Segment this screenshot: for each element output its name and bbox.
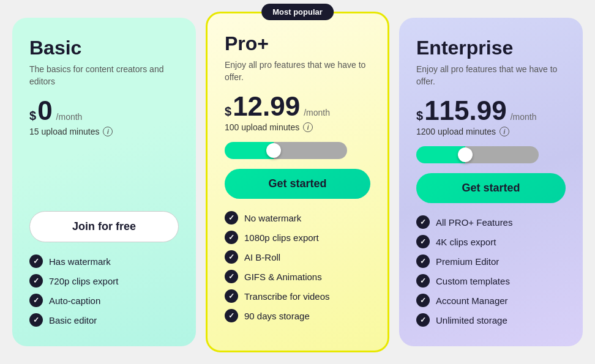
check-icon (225, 231, 238, 244)
pricing-cards: Basic The basics for content creators an… (12, 18, 583, 346)
price-section-pro: $ 12.99 /month 100 upload minutes i (225, 93, 370, 132)
price-row-enterprise: $ 115.99 /month (416, 97, 566, 124)
list-item: 1080p clips export (225, 231, 370, 244)
price-section-enterprise: $ 115.99 /month 1200 upload minutes i (416, 97, 566, 136)
toggle-thumb-pro (266, 143, 281, 158)
check-icon (225, 289, 238, 303)
check-icon (29, 254, 43, 268)
plan-name-basic: Basic (29, 37, 179, 59)
info-icon-enterprise[interactable]: i (500, 127, 509, 136)
list-item: 90 days storage (225, 309, 370, 322)
check-icon (416, 254, 430, 268)
toggle-thumb-enterprise (458, 147, 473, 162)
cta-button-enterprise[interactable]: Get started (416, 173, 566, 203)
price-amount-pro: 12.99 (233, 93, 300, 120)
check-icon (225, 270, 238, 283)
toggle-track-enterprise[interactable] (416, 146, 539, 163)
upload-minutes-enterprise: 1200 upload minutes i (416, 127, 566, 136)
list-item: Has watermark (29, 254, 179, 268)
list-item: Unlimited storage (416, 313, 566, 327)
toggle-enterprise[interactable] (416, 146, 566, 163)
upload-minutes-basic: 15 upload minutes i (29, 127, 179, 136)
price-period-basic: /month (56, 112, 83, 122)
list-item: Premium Editor (416, 254, 566, 268)
check-icon (225, 250, 238, 264)
check-icon (416, 274, 430, 288)
price-dollar-enterprise: $ (416, 109, 423, 123)
check-icon (416, 294, 430, 307)
check-icon (29, 274, 43, 288)
toggle-pro[interactable] (225, 142, 370, 159)
price-dollar-pro: $ (225, 105, 231, 119)
price-dollar-basic: $ (29, 109, 36, 123)
plan-desc-basic: The basics for content creators and edit… (29, 64, 179, 87)
check-icon (225, 309, 238, 322)
check-icon (416, 235, 430, 248)
list-item: AI B-Roll (225, 250, 370, 264)
plan-desc-pro: Enjoy all pro features that we have to o… (225, 59, 370, 83)
price-period-pro: /month (304, 108, 330, 117)
cta-button-pro[interactable]: Get started (225, 169, 370, 199)
upload-minutes-pro: 100 upload minutes i (225, 122, 370, 132)
list-item: 720p clips export (29, 274, 179, 288)
price-period-enterprise: /month (511, 112, 537, 122)
list-item: Account Manager (416, 294, 566, 307)
price-row-basic: $ 0 /month (29, 97, 179, 124)
card-basic: Basic The basics for content creators an… (12, 18, 196, 346)
price-amount-enterprise: 115.99 (424, 97, 507, 124)
most-popular-badge: Most popular (261, 4, 334, 20)
features-list-pro: No watermark 1080p clips export AI B-Rol… (225, 211, 370, 322)
features-list-enterprise: All PRO+ Features 4K clips export Premiu… (416, 215, 566, 327)
check-icon (416, 215, 430, 229)
cta-button-basic[interactable]: Join for free (29, 211, 179, 242)
list-item: Transcribe for videos (225, 289, 370, 303)
list-item: GIFS & Animations (225, 270, 370, 283)
plan-name-pro: Pro+ (225, 33, 370, 54)
info-icon-pro[interactable]: i (303, 122, 313, 132)
features-list-basic: Has watermark 720p clips export Auto-cap… (29, 254, 179, 327)
check-icon (29, 313, 43, 327)
info-icon-basic[interactable]: i (103, 127, 113, 136)
card-enterprise: Enterprise Enjoy all pro features that w… (399, 18, 583, 346)
plan-desc-enterprise: Enjoy all pro features that we have to o… (416, 64, 566, 87)
list-item: Auto-caption (29, 294, 179, 307)
list-item: No watermark (225, 211, 370, 225)
price-amount-basic: 0 (37, 97, 52, 124)
list-item: 4K clips export (416, 235, 566, 248)
price-row-pro: $ 12.99 /month (225, 93, 370, 120)
list-item: Custom templates (416, 274, 566, 288)
toggle-track-pro[interactable] (225, 142, 347, 159)
card-pro: Most popular Pro+ Enjoy all pro features… (206, 12, 389, 352)
list-item: Basic editor (29, 313, 179, 327)
check-icon (29, 294, 43, 307)
check-icon (416, 313, 430, 327)
plan-name-enterprise: Enterprise (416, 37, 566, 59)
list-item: All PRO+ Features (416, 215, 566, 229)
check-icon (225, 211, 238, 225)
price-section-basic: $ 0 /month 15 upload minutes i (29, 97, 179, 136)
